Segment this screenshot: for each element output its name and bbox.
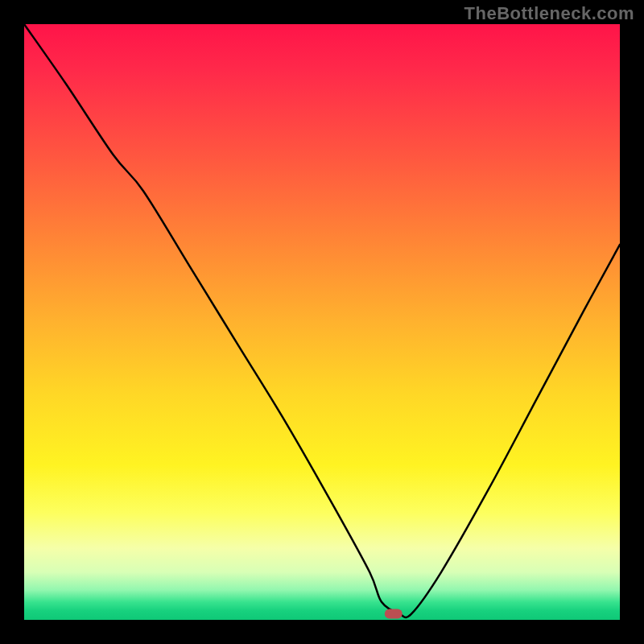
- optimum-marker: [385, 609, 402, 619]
- bottleneck-curve: [24, 24, 620, 617]
- curve-svg: [24, 24, 620, 620]
- watermark-text: TheBottleneck.com: [464, 3, 634, 24]
- chart-frame: TheBottleneck.com: [0, 0, 644, 644]
- plot-area: [24, 24, 620, 620]
